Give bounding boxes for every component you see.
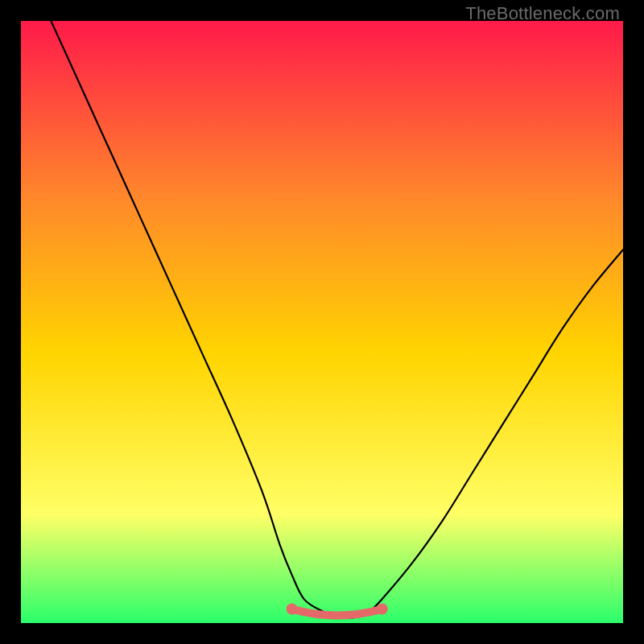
chart-plot — [21, 21, 623, 623]
highlight-end-dot-left — [287, 604, 298, 615]
highlight-end-dot-right — [377, 604, 388, 615]
chart-frame — [21, 21, 623, 623]
watermark-text: TheBottleneck.com — [465, 3, 620, 24]
chart-background-gradient — [21, 21, 623, 623]
chart-svg — [21, 21, 623, 623]
